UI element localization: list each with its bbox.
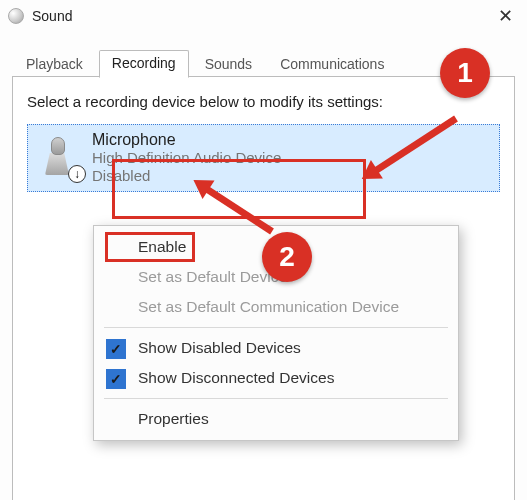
tab-recording[interactable]: Recording — [99, 50, 189, 78]
menu-item-label: Show Disabled Devices — [138, 339, 301, 356]
checkmark-icon — [106, 369, 126, 389]
device-name: Microphone — [92, 131, 281, 149]
menu-item-show-disabled[interactable]: Show Disabled Devices — [94, 333, 458, 363]
device-status: Disabled — [92, 167, 281, 185]
close-button[interactable]: ✕ — [492, 7, 519, 25]
annotation-badge-1: 1 — [440, 48, 490, 98]
microphone-icon — [36, 135, 82, 181]
app-icon — [8, 8, 24, 24]
down-arrow-badge-icon — [68, 165, 86, 183]
checkmark-icon — [106, 339, 126, 359]
menu-item-set-default-comm: Set as Default Communication Device — [94, 292, 458, 322]
device-description: High Definition Audio Device — [92, 149, 281, 167]
tab-panel-recording: Select a recording device below to modif… — [12, 76, 515, 500]
tab-communications[interactable]: Communications — [268, 52, 396, 78]
instruction-text: Select a recording device below to modif… — [27, 93, 500, 110]
menu-separator — [104, 327, 448, 328]
window-title: Sound — [32, 8, 492, 24]
menu-item-show-disconnected[interactable]: Show Disconnected Devices — [94, 363, 458, 393]
menu-separator — [104, 398, 448, 399]
menu-item-label: Show Disconnected Devices — [138, 369, 334, 386]
title-bar: Sound ✕ — [0, 0, 527, 32]
device-text: Microphone High Definition Audio Device … — [92, 131, 281, 185]
annotation-badge-2: 2 — [262, 232, 312, 282]
tab-sounds[interactable]: Sounds — [193, 52, 264, 78]
menu-item-properties[interactable]: Properties — [94, 404, 458, 434]
tab-playback[interactable]: Playback — [14, 52, 95, 78]
